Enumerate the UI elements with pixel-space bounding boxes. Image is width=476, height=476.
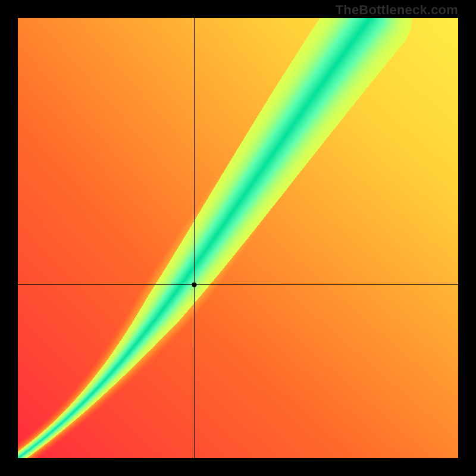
plot-area [18, 18, 458, 458]
chart-root: TheBottleneck.com [0, 0, 476, 476]
heatmap-canvas [18, 18, 458, 458]
watermark-text: TheBottleneck.com [336, 2, 458, 18]
